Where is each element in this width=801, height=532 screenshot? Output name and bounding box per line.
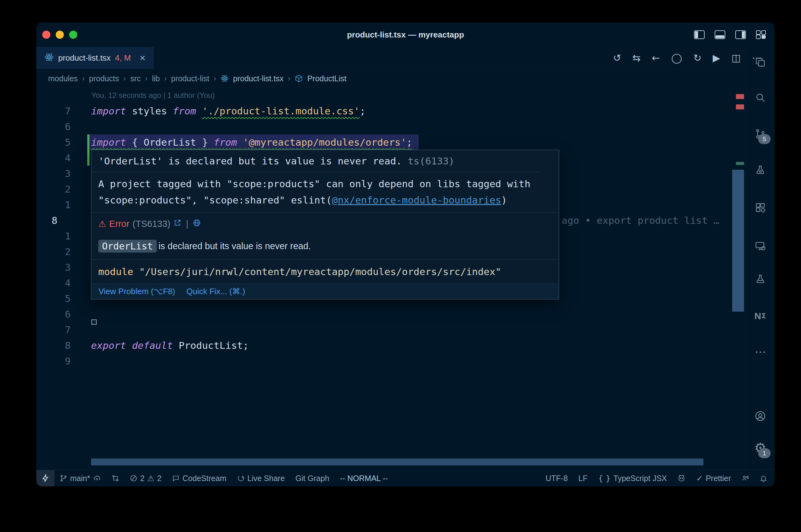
test-beaker-icon[interactable] [752, 271, 768, 287]
line-number[interactable]: 6 [36, 306, 80, 322]
line-number[interactable]: 8 [36, 338, 80, 353]
copilot-octoface-icon[interactable] [677, 474, 686, 482]
line-number[interactable]: 7 [36, 103, 80, 119]
tab-label: product-list.tsx [58, 53, 111, 63]
globe-icon[interactable] [193, 219, 201, 229]
error-code: (TS6133) [133, 219, 170, 229]
run-file-icon[interactable]: ▶ [713, 52, 720, 63]
remote-explorer-icon[interactable] [752, 238, 768, 254]
line-number[interactable]: 7 [36, 322, 80, 338]
overview-error-mark [736, 104, 744, 109]
eslint-rule-link[interactable]: @nx/enforce-module-boundaries [332, 194, 501, 206]
additional-views-icon[interactable]: ⋯ [752, 344, 768, 359]
navigate-back-icon[interactable]: ← [652, 52, 660, 63]
settings-gear-icon[interactable]: ⚙ 1 [752, 440, 768, 456]
layout-grid-icon[interactable] [756, 30, 766, 39]
live-share-item[interactable]: Live Share [237, 474, 285, 483]
line-number[interactable]: 5 [36, 134, 80, 150]
breadcrumb-products[interactable]: products [89, 74, 119, 83]
toggle-sidebar-icon[interactable] [694, 30, 705, 39]
line-number[interactable]: 4 [36, 275, 80, 291]
line-number[interactable]: 4 [36, 150, 80, 166]
vim-mode-text: -- NORMAL -- [340, 474, 388, 483]
code-line[interactable]: import styles from './product-list.modul… [91, 103, 365, 119]
tab-product-list[interactable]: product-list.tsx 4, M × [36, 47, 154, 69]
beaker-gear-icon[interactable] [752, 162, 768, 178]
hover-error-section: ⚠ Error (TS6133) | OrderList is declared… [91, 212, 559, 260]
horizontal-scrollbar-slider[interactable] [91, 459, 703, 466]
tab-close-icon[interactable]: × [140, 53, 145, 63]
hover-message-code: ts(6133) [408, 155, 454, 167]
split-editor-icon[interactable]: ◫ [731, 52, 741, 63]
encoding-label: UTF-8 [546, 474, 568, 483]
sync-status-icon[interactable]: ◯ [671, 52, 682, 63]
notifications-bell-icon[interactable] [760, 474, 767, 482]
code-line[interactable]: import { OrderList } from '@myreactapp/m… [89, 134, 419, 150]
breadcrumb-modules[interactable]: modules [48, 74, 78, 83]
title-bar: product-list.tsx — myreactapp [36, 22, 775, 47]
cloud-upload-icon [93, 474, 101, 482]
nx-letter: N [754, 311, 762, 321]
error-count: 2 [140, 474, 145, 483]
line-number[interactable]: 3 [36, 166, 80, 181]
toggle-panel-icon[interactable] [715, 30, 725, 39]
line-number[interactable]: 6 [36, 119, 80, 134]
symbol-chip: OrderList [98, 240, 157, 252]
view-problem-link[interactable]: View Problem (⌥F8) [98, 287, 175, 296]
timeline-icon[interactable]: ↺ [613, 52, 621, 63]
encoding-indicator[interactable]: UTF-8 [546, 474, 568, 483]
gitlens-codelens[interactable]: You, 12 seconds ago | 1 author (You) [91, 88, 215, 103]
compare-changes-icon[interactable]: ⇆ [632, 52, 640, 63]
line-number[interactable]: 1 [36, 197, 80, 212]
line-number[interactable]: 5 [36, 291, 80, 306]
line-number[interactable]: 2 [36, 181, 80, 197]
error-label: Error [109, 219, 129, 229]
language-indicator[interactable]: { } TypeScript JSX [598, 474, 667, 483]
line-number[interactable]: 2 [36, 244, 80, 260]
hover-resize-handle[interactable] [91, 320, 97, 325]
line-number[interactable]: 8 [36, 212, 80, 228]
remote-indicator[interactable] [36, 470, 54, 486]
line-number[interactable]: 3 [36, 260, 80, 275]
chevron-right-icon: › [164, 74, 167, 83]
gitlens-compare-icon[interactable] [112, 474, 119, 482]
line-number[interactable]: 1 [36, 228, 80, 244]
explorer-copy-icon[interactable] [752, 54, 768, 70]
nx-console-icon[interactable]: NΣ [752, 308, 768, 324]
accounts-icon[interactable] [752, 408, 768, 424]
codestream-label: CodeStream [182, 474, 226, 483]
toggle-secondary-sidebar-icon[interactable] [735, 30, 746, 39]
vim-mode-indicator[interactable]: -- NORMAL -- [340, 474, 388, 483]
source-control-icon[interactable]: 5 [752, 126, 768, 141]
git-graph-item[interactable]: Git Graph [295, 474, 329, 483]
status-bar: main* 2 ⚠ 2 CodeStream Live Share Git Gr… [36, 470, 775, 486]
editor-surface[interactable]: You, 12 seconds ago | 1 author (You) ago… [36, 88, 775, 471]
feedback-icon[interactable] [742, 474, 749, 482]
quick-fix-link[interactable]: Quick Fix... (⌘.) [186, 287, 245, 296]
breadcrumb-symbol[interactable]: ProductList [307, 74, 346, 83]
prettier-indicator[interactable]: ✓ Prettier [696, 474, 731, 483]
code-line[interactable]: export default ProductList; [91, 338, 249, 353]
extensions-icon[interactable] [752, 200, 768, 215]
hover-module-line: module "/Users/juri/nrwl/content/myreact… [91, 260, 559, 284]
error-circle-icon [130, 474, 138, 482]
breadcrumb-product-list[interactable]: product-list [171, 74, 209, 83]
breadcrumb-lib[interactable]: lib [152, 74, 160, 83]
breadcrumb-src[interactable]: src [130, 74, 141, 83]
branch-name: main* [70, 474, 90, 483]
settings-badge: 1 [758, 448, 771, 458]
codestream-item[interactable]: CodeStream [172, 474, 226, 483]
overview-error-mark [736, 94, 744, 99]
branch-indicator[interactable]: main* [60, 474, 101, 483]
line-number[interactable]: 9 [36, 353, 80, 369]
vertical-scrollbar-slider[interactable] [732, 170, 744, 312]
open-external-icon[interactable] [174, 219, 181, 229]
problems-indicator[interactable]: 2 ⚠ 2 [130, 474, 161, 483]
symbol-cube-icon [295, 74, 303, 82]
eol-indicator[interactable]: LF [579, 474, 588, 483]
overview-info-mark [736, 162, 744, 165]
search-icon[interactable] [752, 90, 768, 105]
navigate-forward-icon[interactable]: ↻ [693, 52, 702, 63]
breadcrumb-file[interactable]: product-list.tsx [233, 74, 284, 83]
hover-message-text: 'OrderList' is declared but its value is… [98, 155, 402, 167]
